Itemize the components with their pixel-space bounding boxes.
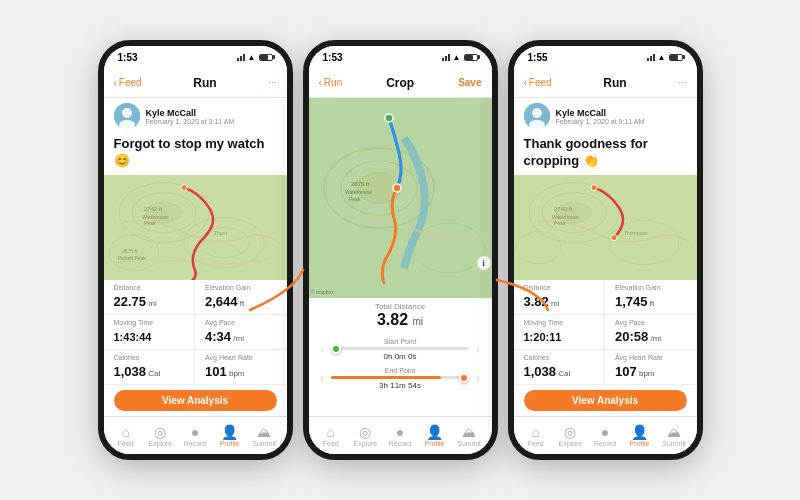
signal-bar-1 (237, 58, 239, 61)
svg-text:2875 ft: 2875 ft (351, 181, 370, 187)
more-btn-left[interactable]: ··· (268, 77, 276, 88)
svg-text:Thompson: Thompson (624, 229, 648, 235)
nav-summit-left[interactable]: ⛰ Summit (249, 425, 279, 447)
battery-icon-r (669, 54, 683, 61)
avatar-left (114, 103, 140, 129)
svg-point-29 (385, 114, 393, 122)
stat-avg-pace-r: Avg Pace 20:58 /mi (605, 315, 697, 350)
back-btn-middle[interactable]: ‹ Run (319, 77, 343, 88)
status-bar-right: 1:55 ▲ (514, 46, 697, 68)
svg-point-1 (122, 108, 132, 118)
svg-text:Thorn: Thorn (214, 229, 227, 235)
nav-explore-middle[interactable]: ◎ Explore (350, 425, 380, 447)
user-info-right: Kyle McCall February 1, 2020 at 9:11 AM (514, 98, 697, 132)
search-icon-m: ◎ (359, 425, 371, 439)
nav-record-left[interactable]: ● Record (180, 425, 210, 447)
back-btn-left[interactable]: ‹ Feed (114, 77, 142, 88)
stat-elevation: Elevation Gain 2,644 ft (195, 280, 287, 315)
crop-distance-label: Total Distance (319, 302, 482, 311)
nav-profile-middle[interactable]: 👤 Profile (420, 425, 450, 447)
stat-distance: Distance 22.75 mi (104, 280, 196, 315)
end-thumb[interactable] (459, 373, 469, 383)
user-date-left: February 1, 2020 at 9:11 AM (146, 118, 235, 125)
stat-distance-r: Distance 3.82 mi (514, 280, 606, 315)
nav-header-right: ‹ Feed Run ··· (514, 68, 697, 98)
nav-summit-right[interactable]: ⛰ Summit (659, 425, 689, 447)
headline-left: Forgot to stop my watch 😊 (104, 132, 287, 175)
start-prev-btn[interactable]: ‹ (319, 344, 326, 355)
slider-section: ‹ Start Point 0h 0m 0s › ‹ End Point (309, 333, 492, 401)
stat-heart-rate: Avg Heart Rate 101 bpm (195, 350, 287, 385)
nav-explore-left[interactable]: ◎ Explore (145, 425, 175, 447)
search-icon-nav: ◎ (154, 425, 166, 439)
status-icons-right: ▲ (647, 53, 683, 62)
start-track[interactable] (331, 347, 469, 350)
start-thumb[interactable] (331, 344, 341, 354)
profile-icon-m: 👤 (426, 425, 443, 439)
phone-middle: 1:53 ▲ ‹ Run Crop Save (303, 40, 498, 460)
nav-explore-right[interactable]: ◎ Explore (555, 425, 585, 447)
nav-profile-right[interactable]: 👤 Profile (625, 425, 655, 447)
user-date-right: February 1, 2020 at 9:11 AM (556, 118, 645, 125)
svg-point-45 (611, 234, 617, 240)
signal-bars-m (442, 53, 450, 61)
bottom-nav-right: ⌂ Feed ◎ Explore ● Record 👤 Profile ⛰ Su… (514, 416, 697, 454)
stat-heart-rate-r: Avg Heart Rate 107 bpm (605, 350, 697, 385)
status-time-middle: 1:53 (323, 52, 343, 63)
end-prev-btn[interactable]: ‹ (319, 373, 326, 384)
phone-left: 1:53 ▲ ‹ Feed Run ··· (98, 40, 293, 460)
user-text-right: Kyle McCall February 1, 2020 at 9:11 AM (556, 108, 645, 125)
nav-title-middle: Crop (386, 76, 414, 90)
signal-bar-3 (243, 54, 245, 61)
user-text-left: Kyle McCall February 1, 2020 at 9:11 AM (146, 108, 235, 125)
summit-icon-r: ⛰ (667, 425, 681, 439)
nav-profile-left[interactable]: 👤 Profile (215, 425, 245, 447)
end-track[interactable] (331, 376, 469, 379)
nav-summit-middle[interactable]: ⛰ Summit (454, 425, 484, 447)
nav-feed-middle[interactable]: ⌂ Feed (316, 425, 346, 447)
signal-bars-r (647, 53, 655, 61)
view-analysis-btn-right[interactable]: View Analysis (524, 390, 687, 411)
nav-feed-right[interactable]: ⌂ Feed (521, 425, 551, 447)
nav-record-middle[interactable]: ● Record (385, 425, 415, 447)
record-icon: ● (191, 425, 199, 439)
map-middle: 2875 ft Waterhouse Peak © mapbox ℹ (309, 98, 492, 298)
nav-record-right[interactable]: ● Record (590, 425, 620, 447)
start-label: Start Point (331, 338, 469, 345)
record-icon-m: ● (396, 425, 404, 439)
map-left: 2742 ft Waterhouse Peak 2875 ft Pickett … (104, 175, 287, 280)
user-name-right: Kyle McCall (556, 108, 645, 118)
start-slider-row: ‹ Start Point 0h 0m 0s › (319, 338, 482, 361)
save-btn-middle[interactable]: Save (458, 77, 481, 88)
crop-distance-unit: mi (413, 316, 424, 327)
home-icon-m: ⌂ (327, 425, 335, 439)
svg-text:ℹ: ℹ (482, 259, 485, 268)
battery-icon (259, 54, 273, 61)
back-btn-right[interactable]: ‹ Feed (524, 77, 552, 88)
svg-text:© mapbox: © mapbox (311, 289, 334, 295)
svg-text:Peak: Peak (554, 219, 566, 225)
svg-rect-18 (309, 98, 492, 298)
end-next-btn[interactable]: › (474, 373, 481, 384)
start-next-btn[interactable]: › (474, 344, 481, 355)
bottom-nav-middle: ⌂ Feed ◎ Explore ● Record 👤 Profile ⛰ Su… (309, 416, 492, 454)
nav-feed-left[interactable]: ⌂ Feed (111, 425, 141, 447)
nav-title-left: Run (193, 76, 216, 90)
status-time-right: 1:55 (528, 52, 548, 63)
stat-avg-pace: Avg Pace 4:34 /mi (195, 315, 287, 350)
svg-text:2875 ft: 2875 ft (122, 247, 138, 253)
stat-moving-time-r: Moving Time 1:20:11 (514, 315, 606, 350)
profile-icon: 👤 (221, 425, 238, 439)
home-icon: ⌂ (122, 425, 130, 439)
svg-text:Waterhouse: Waterhouse (345, 189, 372, 195)
scene: 1:53 ▲ ‹ Feed Run ··· (0, 0, 800, 500)
wifi-icon: ▲ (248, 53, 256, 62)
svg-text:Peak: Peak (349, 196, 361, 202)
view-analysis-btn-left[interactable]: View Analysis (114, 390, 277, 411)
stats-grid-right: Distance 3.82 mi Elevation Gain 1,745 ft… (514, 280, 697, 385)
more-btn-right[interactable]: ··· (678, 77, 686, 88)
svg-point-32 (532, 108, 542, 118)
signal-bar-2 (240, 56, 242, 61)
nav-title-right: Run (603, 76, 626, 90)
map-right: 2742 ft Waterhouse Peak Thompson (514, 175, 697, 280)
